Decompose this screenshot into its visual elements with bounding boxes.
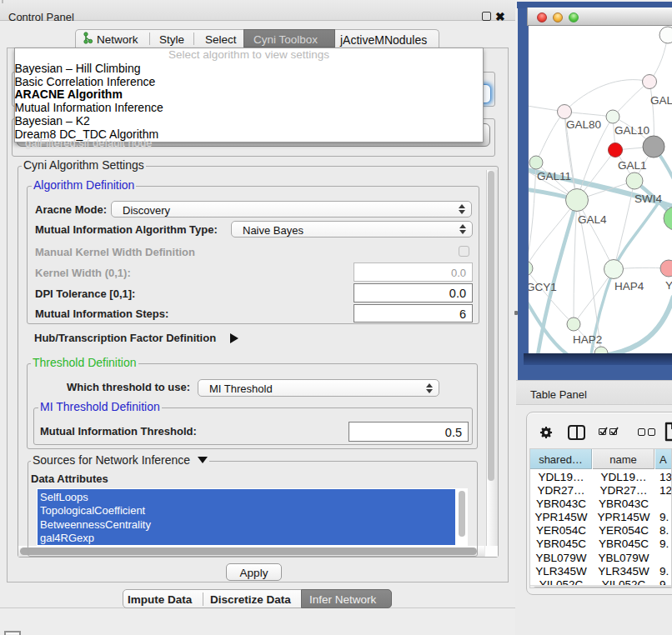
svg-text:GAL11: GAL11	[537, 170, 571, 182]
svg-text:GAL4: GAL4	[578, 213, 607, 226]
svg-text:HAP4: HAP4	[614, 280, 644, 292]
svg-text:GCY1: GCY1	[529, 281, 557, 293]
svg-text:HAP2: HAP2	[573, 333, 602, 346]
svg-text:GAL1: GAL1	[618, 159, 647, 172]
svg-text:GAL80: GAL80	[566, 118, 601, 131]
svg-text:Y: Y	[665, 279, 672, 292]
svg-text:GAL10: GAL10	[614, 124, 649, 137]
svg-text:GAL: GAL	[650, 94, 672, 107]
svg-text:SWI4: SWI4	[634, 192, 662, 205]
